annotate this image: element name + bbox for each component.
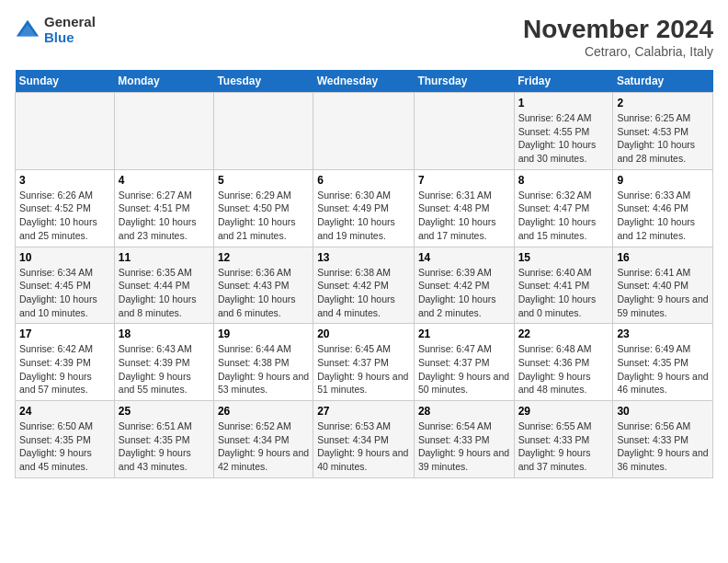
day-info: Sunrise: 6:29 AM Sunset: 4:50 PM Dayligh… [218, 189, 309, 243]
calendar-cell [414, 93, 514, 170]
day-number: 17 [19, 327, 110, 340]
calendar-cell: 13Sunrise: 6:38 AM Sunset: 4:42 PM Dayli… [313, 247, 415, 324]
calendar-cell: 12Sunrise: 6:36 AM Sunset: 4:43 PM Dayli… [213, 247, 313, 324]
day-number: 26 [218, 405, 309, 418]
calendar-cell: 28Sunrise: 6:54 AM Sunset: 4:33 PM Dayli… [414, 401, 514, 478]
day-info: Sunrise: 6:45 AM Sunset: 4:37 PM Dayligh… [317, 342, 410, 396]
day-number: 21 [418, 327, 510, 340]
day-info: Sunrise: 6:24 AM Sunset: 4:55 PM Dayligh… [518, 111, 609, 166]
day-info: Sunrise: 6:54 AM Sunset: 4:33 PM Dayligh… [418, 419, 510, 474]
day-number: 8 [518, 174, 609, 187]
day-info: Sunrise: 6:26 AM Sunset: 4:52 PM Dayligh… [19, 189, 110, 243]
day-number: 29 [518, 405, 609, 418]
day-number: 24 [19, 405, 110, 418]
weekday-header: Thursday [414, 70, 514, 93]
calendar-table: SundayMondayTuesdayWednesdayThursdayFrid… [15, 70, 713, 478]
day-number: 2 [617, 97, 709, 109]
day-number: 22 [518, 327, 609, 340]
calendar-cell: 11Sunrise: 6:35 AM Sunset: 4:44 PM Dayli… [114, 247, 213, 324]
calendar-cell: 25Sunrise: 6:51 AM Sunset: 4:35 PM Dayli… [114, 401, 213, 478]
calendar-body: 1Sunrise: 6:24 AM Sunset: 4:55 PM Daylig… [16, 93, 713, 478]
day-info: Sunrise: 6:27 AM Sunset: 4:51 PM Dayligh… [119, 189, 210, 243]
weekday-header: Wednesday [313, 70, 415, 93]
day-number: 25 [119, 405, 210, 418]
day-number: 20 [317, 327, 410, 340]
day-number: 6 [317, 174, 410, 187]
calendar-week-row: 10Sunrise: 6:34 AM Sunset: 4:45 PM Dayli… [16, 247, 713, 324]
calendar-week-row: 3Sunrise: 6:26 AM Sunset: 4:52 PM Daylig… [16, 169, 713, 247]
calendar-cell: 8Sunrise: 6:32 AM Sunset: 4:47 PM Daylig… [514, 169, 613, 247]
day-number: 18 [119, 327, 210, 340]
day-info: Sunrise: 6:55 AM Sunset: 4:33 PM Dayligh… [518, 419, 609, 474]
day-info: Sunrise: 6:34 AM Sunset: 4:45 PM Dayligh… [19, 266, 110, 320]
calendar-cell: 18Sunrise: 6:43 AM Sunset: 4:39 PM Dayli… [114, 324, 213, 401]
calendar-cell: 9Sunrise: 6:33 AM Sunset: 4:46 PM Daylig… [613, 169, 713, 247]
calendar-cell: 21Sunrise: 6:47 AM Sunset: 4:37 PM Dayli… [414, 324, 514, 401]
day-number: 27 [317, 405, 410, 418]
day-info: Sunrise: 6:25 AM Sunset: 4:53 PM Dayligh… [617, 111, 709, 166]
calendar-cell [16, 93, 115, 170]
day-info: Sunrise: 6:56 AM Sunset: 4:33 PM Dayligh… [617, 419, 709, 474]
day-info: Sunrise: 6:48 AM Sunset: 4:36 PM Dayligh… [518, 342, 609, 396]
day-info: Sunrise: 6:47 AM Sunset: 4:37 PM Dayligh… [418, 342, 510, 396]
day-info: Sunrise: 6:53 AM Sunset: 4:34 PM Dayligh… [317, 419, 410, 474]
calendar-cell: 19Sunrise: 6:44 AM Sunset: 4:38 PM Dayli… [213, 324, 313, 401]
calendar-cell: 24Sunrise: 6:50 AM Sunset: 4:35 PM Dayli… [16, 401, 115, 478]
calendar-cell: 3Sunrise: 6:26 AM Sunset: 4:52 PM Daylig… [16, 169, 115, 247]
day-number: 12 [218, 251, 309, 264]
weekday-header: Tuesday [213, 70, 313, 93]
weekday-header: Friday [514, 70, 613, 93]
day-info: Sunrise: 6:49 AM Sunset: 4:35 PM Dayligh… [617, 342, 709, 396]
weekday-header: Sunday [16, 70, 115, 93]
day-number: 28 [418, 405, 510, 418]
day-info: Sunrise: 6:35 AM Sunset: 4:44 PM Dayligh… [119, 266, 210, 320]
day-number: 13 [317, 251, 410, 264]
calendar-week-row: 1Sunrise: 6:24 AM Sunset: 4:55 PM Daylig… [16, 93, 713, 170]
calendar-cell: 14Sunrise: 6:39 AM Sunset: 4:42 PM Dayli… [414, 247, 514, 324]
day-info: Sunrise: 6:40 AM Sunset: 4:41 PM Dayligh… [518, 266, 609, 320]
day-info: Sunrise: 6:38 AM Sunset: 4:42 PM Dayligh… [317, 266, 410, 320]
calendar-cell: 7Sunrise: 6:31 AM Sunset: 4:48 PM Daylig… [414, 169, 514, 247]
calendar-cell: 26Sunrise: 6:52 AM Sunset: 4:34 PM Dayli… [213, 401, 313, 478]
day-info: Sunrise: 6:44 AM Sunset: 4:38 PM Dayligh… [218, 342, 309, 396]
day-info: Sunrise: 6:41 AM Sunset: 4:40 PM Dayligh… [617, 266, 709, 320]
calendar-header-row: SundayMondayTuesdayWednesdayThursdayFrid… [16, 70, 713, 93]
calendar-week-row: 17Sunrise: 6:42 AM Sunset: 4:39 PM Dayli… [16, 324, 713, 401]
logo[interactable]: General Blue [15, 15, 96, 45]
calendar-cell: 27Sunrise: 6:53 AM Sunset: 4:34 PM Dayli… [313, 401, 415, 478]
calendar-cell: 1Sunrise: 6:24 AM Sunset: 4:55 PM Daylig… [514, 93, 613, 170]
day-info: Sunrise: 6:39 AM Sunset: 4:42 PM Dayligh… [418, 266, 510, 320]
day-info: Sunrise: 6:51 AM Sunset: 4:35 PM Dayligh… [119, 419, 210, 474]
day-info: Sunrise: 6:42 AM Sunset: 4:39 PM Dayligh… [19, 342, 110, 396]
day-number: 7 [418, 174, 510, 187]
calendar-cell [114, 93, 213, 170]
calendar-cell: 10Sunrise: 6:34 AM Sunset: 4:45 PM Dayli… [16, 247, 115, 324]
calendar-cell: 20Sunrise: 6:45 AM Sunset: 4:37 PM Dayli… [313, 324, 415, 401]
day-number: 15 [518, 251, 609, 264]
day-number: 30 [617, 405, 709, 418]
day-number: 14 [418, 251, 510, 264]
calendar-cell [213, 93, 313, 170]
weekday-header: Saturday [613, 70, 713, 93]
logo-general: General [44, 15, 96, 30]
calendar-cell: 22Sunrise: 6:48 AM Sunset: 4:36 PM Dayli… [514, 324, 613, 401]
day-number: 3 [19, 174, 110, 187]
logo-icon [15, 17, 40, 43]
calendar-cell: 30Sunrise: 6:56 AM Sunset: 4:33 PM Dayli… [613, 401, 713, 478]
day-number: 4 [119, 174, 210, 187]
calendar-cell: 5Sunrise: 6:29 AM Sunset: 4:50 PM Daylig… [213, 169, 313, 247]
calendar-cell: 17Sunrise: 6:42 AM Sunset: 4:39 PM Dayli… [16, 324, 115, 401]
day-info: Sunrise: 6:50 AM Sunset: 4:35 PM Dayligh… [19, 419, 110, 474]
calendar-cell: 15Sunrise: 6:40 AM Sunset: 4:41 PM Dayli… [514, 247, 613, 324]
calendar-cell: 29Sunrise: 6:55 AM Sunset: 4:33 PM Dayli… [514, 401, 613, 478]
calendar-cell: 23Sunrise: 6:49 AM Sunset: 4:35 PM Dayli… [613, 324, 713, 401]
calendar-cell: 16Sunrise: 6:41 AM Sunset: 4:40 PM Dayli… [613, 247, 713, 324]
day-info: Sunrise: 6:52 AM Sunset: 4:34 PM Dayligh… [218, 419, 309, 474]
page-subtitle: Cetraro, Calabria, Italy [523, 44, 713, 59]
day-info: Sunrise: 6:43 AM Sunset: 4:39 PM Dayligh… [119, 342, 210, 396]
day-info: Sunrise: 6:36 AM Sunset: 4:43 PM Dayligh… [218, 266, 309, 320]
page-header: General Blue November 2024 Cetraro, Cala… [15, 15, 713, 59]
day-info: Sunrise: 6:30 AM Sunset: 4:49 PM Dayligh… [317, 189, 410, 243]
day-number: 11 [119, 251, 210, 264]
day-info: Sunrise: 6:33 AM Sunset: 4:46 PM Dayligh… [617, 189, 709, 243]
